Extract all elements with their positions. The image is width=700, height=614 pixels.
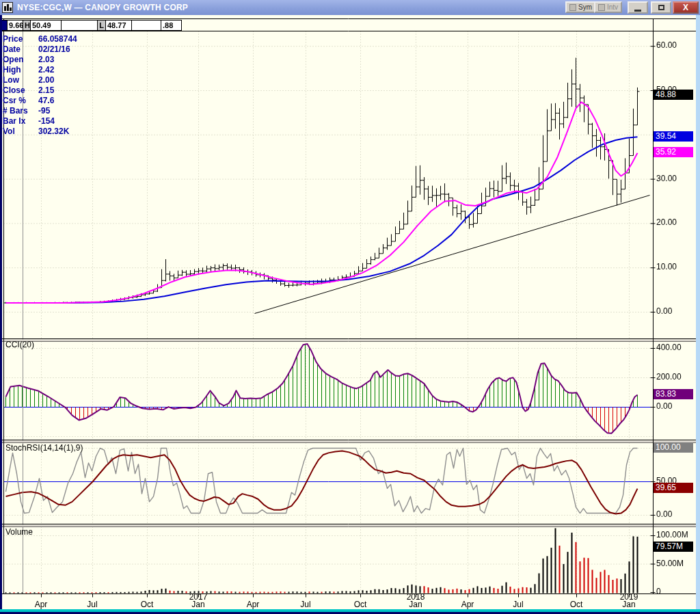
symbol-button[interactable]: Sym bbox=[565, 1, 596, 13]
info-row-vol: Vol302.32K bbox=[3, 126, 77, 137]
field-blank-1[interactable] bbox=[61, 20, 98, 31]
interval-button-label: Intv bbox=[607, 3, 618, 11]
info-row-barix: Bar Ix-154 bbox=[3, 116, 77, 126]
info-value: -95 bbox=[38, 106, 50, 116]
info-label: High bbox=[3, 65, 38, 75]
symbol-button-label: Sym bbox=[578, 3, 592, 11]
info-value: -154 bbox=[38, 116, 55, 126]
info-label: Close bbox=[3, 85, 38, 96]
info-row-date: Date02/21/16 bbox=[3, 44, 77, 55]
info-label: Date bbox=[3, 44, 38, 55]
ohlc-readout-bar: 9.66 H 50.49 L 48.77 .88 bbox=[2, 20, 182, 31]
chart-canvas[interactable] bbox=[0, 15, 696, 614]
info-row-csr: Csr %47.6 bbox=[3, 96, 77, 106]
interval-button[interactable]: Intv bbox=[594, 1, 622, 13]
minimize-icon bbox=[634, 10, 641, 12]
info-label: Price bbox=[3, 34, 38, 44]
close-button[interactable]: X bbox=[673, 1, 699, 14]
chart-client-area bbox=[0, 15, 700, 614]
info-row-high: High2.42 bbox=[3, 65, 77, 75]
field-blank-2[interactable] bbox=[131, 20, 161, 31]
symbol-button-icon bbox=[569, 4, 576, 11]
info-row-price: Price66.058744 bbox=[3, 34, 77, 44]
info-value: 02/21/16 bbox=[38, 44, 70, 55]
volume-panel-title: Volume bbox=[5, 527, 33, 537]
info-value: 2.00 bbox=[38, 75, 54, 85]
stochrsi-panel-title: StochRSI(14,14(1),9) bbox=[5, 443, 83, 453]
maximize-icon bbox=[658, 5, 664, 10]
info-row-low: Low2.00 bbox=[3, 75, 77, 85]
info-value: 2.03 bbox=[38, 55, 54, 65]
info-row-bars: # Bars-95 bbox=[3, 106, 77, 116]
info-row-close: Close2.15 bbox=[3, 85, 77, 96]
info-row-open: Open2.03 bbox=[3, 55, 77, 65]
low-field[interactable]: 48.77 bbox=[105, 20, 132, 31]
info-label: Open bbox=[3, 55, 38, 65]
info-label: Vol bbox=[3, 126, 38, 137]
high-field[interactable]: 50.49 bbox=[30, 20, 62, 31]
app-chart-icon bbox=[2, 2, 13, 13]
info-value: 302.32K bbox=[38, 126, 69, 137]
interval-button-icon bbox=[598, 4, 605, 11]
info-label: # Bars bbox=[3, 106, 38, 116]
info-value: 2.42 bbox=[38, 65, 54, 75]
info-label: Csr % bbox=[3, 96, 38, 106]
window-title: NYSE:CGC,W — CANOPY GROWTH CORP bbox=[17, 3, 188, 12]
maximize-button[interactable] bbox=[651, 1, 671, 14]
cursor-info-panel: Price66.058744 Date02/21/16 Open2.03 Hig… bbox=[3, 34, 77, 137]
title-bar[interactable]: NYSE:CGC,W — CANOPY GROWTH CORP Sym Intv… bbox=[0, 0, 700, 15]
close-field[interactable]: .88 bbox=[161, 20, 182, 31]
cci-panel-title: CCI(20) bbox=[5, 340, 34, 349]
open-field[interactable]: 9.66 bbox=[7, 20, 23, 31]
app-window: NYSE:CGC,W — CANOPY GROWTH CORP Sym Intv… bbox=[0, 0, 700, 614]
info-value: 66.058744 bbox=[38, 34, 77, 44]
info-label: Low bbox=[3, 75, 38, 85]
info-label: Bar Ix bbox=[3, 116, 38, 126]
window-right-border[interactable] bbox=[696, 15, 700, 614]
info-value: 2.15 bbox=[38, 85, 54, 96]
info-value: 47.6 bbox=[38, 96, 54, 106]
minimize-button[interactable] bbox=[628, 1, 648, 14]
close-icon: X bbox=[683, 3, 688, 12]
window-left-border bbox=[0, 15, 2, 614]
